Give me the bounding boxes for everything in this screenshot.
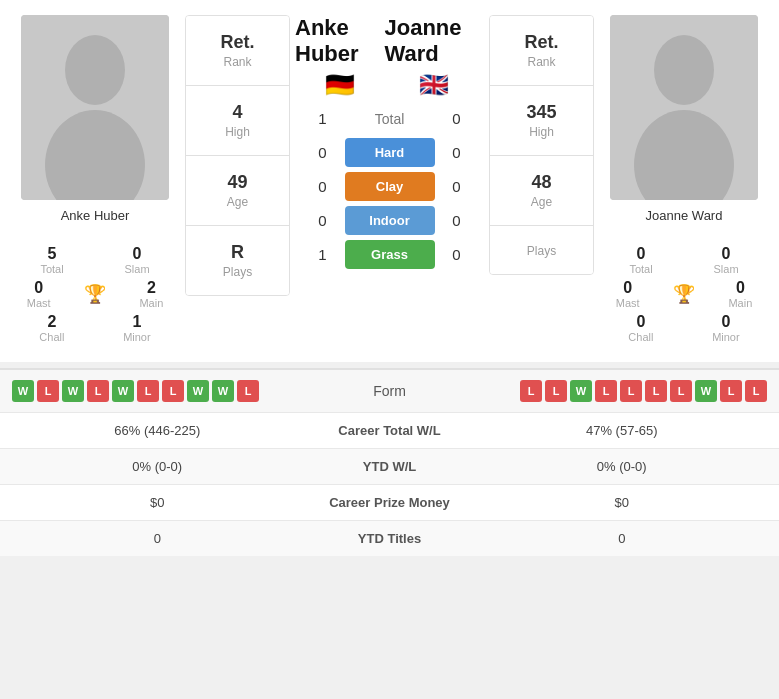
left-stats-row1: 5 Total 0 Slam bbox=[10, 245, 180, 275]
left-rank-item: Ret. Rank bbox=[186, 16, 289, 86]
player-headers: Anke Huber 🇩🇪 Joanne Ward 🇬🇧 bbox=[295, 15, 484, 99]
right-player-name: Joanne Ward bbox=[646, 208, 723, 223]
form-badge-l: L bbox=[620, 380, 642, 402]
right-minor-value: 0 bbox=[721, 313, 730, 331]
ytd-titles-label: YTD Titles bbox=[300, 531, 480, 546]
right-slam-value: 0 bbox=[722, 245, 731, 263]
right-total-value: 0 bbox=[637, 245, 646, 263]
form-badge-l: L bbox=[545, 380, 567, 402]
ytd-wl-right: 0% (0-0) bbox=[480, 459, 765, 474]
right-age-label: Age bbox=[531, 195, 552, 209]
form-badge-w: W bbox=[62, 380, 84, 402]
left-minor-label: Minor bbox=[123, 331, 151, 343]
form-badge-w: W bbox=[187, 380, 209, 402]
left-player-stats: 5 Total 0 Slam 0 Mast 🏆 2 bbox=[10, 241, 180, 347]
left-plays-item: R Plays bbox=[186, 226, 289, 295]
form-badge-l: L bbox=[87, 380, 109, 402]
left-mast-stat: 0 Mast bbox=[27, 279, 51, 309]
form-badge-l: L bbox=[595, 380, 617, 402]
left-chall-label: Chall bbox=[39, 331, 64, 343]
left-mast-label: Mast bbox=[27, 297, 51, 309]
clay-button[interactable]: Clay bbox=[345, 172, 435, 201]
surface-row-clay: 0 Clay 0 bbox=[295, 172, 484, 201]
left-minor-value: 1 bbox=[132, 313, 141, 331]
right-chall-stat: 0 Chall bbox=[628, 313, 653, 343]
left-slam-label: Slam bbox=[125, 263, 150, 275]
right-rank-value: Ret. bbox=[524, 32, 558, 53]
form-badge-w: W bbox=[112, 380, 134, 402]
svg-point-1 bbox=[65, 35, 125, 105]
right-age-value: 48 bbox=[531, 172, 551, 193]
grass-right-score: 0 bbox=[447, 246, 467, 263]
form-badge-l: L bbox=[670, 380, 692, 402]
form-badge-w: W bbox=[695, 380, 717, 402]
right-high-item: 345 High bbox=[490, 86, 593, 156]
left-slam-stat: 0 Slam bbox=[125, 245, 150, 275]
right-main-stat: 0 Main bbox=[728, 279, 752, 309]
ytd-titles-row: 0 YTD Titles 0 bbox=[0, 520, 779, 556]
form-badge-l: L bbox=[645, 380, 667, 402]
left-main-label: Main bbox=[139, 297, 163, 309]
clay-left-score: 0 bbox=[313, 178, 333, 195]
ytd-wl-left: 0% (0-0) bbox=[15, 459, 300, 474]
indoor-left-score: 0 bbox=[313, 212, 333, 229]
right-total-stat: 0 Total bbox=[629, 245, 652, 275]
right-plays-label: Plays bbox=[527, 244, 556, 258]
surface-row-grass: 1 Grass 0 bbox=[295, 240, 484, 269]
right-player-name-header: Joanne Ward bbox=[384, 15, 484, 67]
left-age-label: Age bbox=[227, 195, 248, 209]
total-left-score: 1 bbox=[313, 110, 333, 127]
surface-row-hard: 0 Hard 0 bbox=[295, 138, 484, 167]
right-trophy-row: 0 Mast 🏆 0 Main bbox=[599, 279, 769, 309]
left-main-stat: 2 Main bbox=[139, 279, 163, 309]
prize-money-left: $0 bbox=[15, 495, 300, 510]
surface-rows: 0 Hard 0 0 Clay 0 0 Indoor 0 1 Grass bbox=[295, 133, 484, 274]
form-badge-l: L bbox=[237, 380, 259, 402]
prize-money-label: Career Prize Money bbox=[300, 495, 480, 510]
left-total-value: 5 bbox=[48, 245, 57, 263]
prize-money-right: $0 bbox=[480, 495, 765, 510]
right-high-value: 345 bbox=[526, 102, 556, 123]
left-rank-label: Rank bbox=[223, 55, 251, 69]
right-stats-panel: Ret. Rank 345 High 48 Age Plays bbox=[489, 15, 594, 275]
left-total-label: Total bbox=[40, 263, 63, 275]
svg-point-4 bbox=[654, 35, 714, 105]
left-rank-value: Ret. bbox=[220, 32, 254, 53]
left-mast-value: 0 bbox=[34, 279, 43, 297]
career-wl-row: 66% (446-225) Career Total W/L 47% (57-6… bbox=[0, 412, 779, 448]
right-player-flag: 🇬🇧 bbox=[419, 71, 449, 99]
right-total-label: Total bbox=[629, 263, 652, 275]
left-age-item: 49 Age bbox=[186, 156, 289, 226]
right-minor-label: Minor bbox=[712, 331, 740, 343]
form-badge-l: L bbox=[520, 380, 542, 402]
right-minor-stat: 0 Minor bbox=[712, 313, 740, 343]
right-mast-value: 0 bbox=[623, 279, 632, 297]
indoor-right-score: 0 bbox=[447, 212, 467, 229]
right-mast-label: Mast bbox=[616, 297, 640, 309]
form-badge-w: W bbox=[212, 380, 234, 402]
right-trophy-icon: 🏆 bbox=[673, 283, 695, 305]
form-badge-l: L bbox=[162, 380, 184, 402]
form-label: Form bbox=[259, 383, 520, 399]
left-chall-stat: 2 Chall bbox=[39, 313, 64, 343]
hard-button[interactable]: Hard bbox=[345, 138, 435, 167]
grass-button[interactable]: Grass bbox=[345, 240, 435, 269]
clay-right-score: 0 bbox=[447, 178, 467, 195]
indoor-button[interactable]: Indoor bbox=[345, 206, 435, 235]
right-plays-item: Plays bbox=[490, 226, 593, 274]
left-player-header: Anke Huber 🇩🇪 bbox=[295, 15, 384, 99]
right-main-value: 0 bbox=[736, 279, 745, 297]
left-player-name-header: Anke Huber bbox=[295, 15, 384, 67]
right-form-badges: LLWLLLLWLL bbox=[520, 380, 767, 402]
right-rank-label: Rank bbox=[527, 55, 555, 69]
right-stats-row1: 0 Total 0 Slam bbox=[599, 245, 769, 275]
career-wl-label: Career Total W/L bbox=[300, 423, 480, 438]
total-label: Total bbox=[345, 111, 435, 127]
app-container: Anke Huber 5 Total 0 Slam 0 Mast bbox=[0, 0, 779, 556]
left-stats-row3: 2 Chall 1 Minor bbox=[10, 313, 180, 343]
surface-row-indoor: 0 Indoor 0 bbox=[295, 206, 484, 235]
right-slam-label: Slam bbox=[714, 263, 739, 275]
right-player-header: Joanne Ward 🇬🇧 bbox=[384, 15, 484, 99]
left-trophy-row: 0 Mast 🏆 2 Main bbox=[10, 279, 180, 309]
left-player-card: Anke Huber 5 Total 0 Slam 0 Mast bbox=[10, 15, 180, 347]
